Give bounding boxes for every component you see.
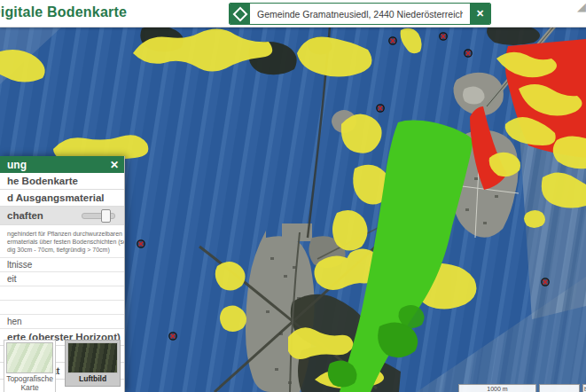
panel-title: ung (7, 159, 27, 171)
app-header: Digitale Bodenkarte ✕ (0, 0, 586, 27)
sub-item-1[interactable]: eit (0, 272, 124, 286)
profile-marker-icon[interactable] (465, 50, 472, 57)
layer-panel-header: ung ✕ (0, 156, 124, 173)
profile-marker-icon[interactable] (169, 333, 176, 340)
sub-item-3[interactable] (0, 301, 124, 315)
layer-item-bodenkarte[interactable]: he Bodenkarte (0, 173, 124, 190)
slider-knob[interactable] (101, 209, 111, 223)
close-icon: ✕ (476, 8, 484, 20)
profile-marker-icon[interactable] (542, 278, 549, 286)
profile-marker-icon[interactable] (389, 37, 396, 44)
basemap-topografische-karte[interactable]: Topografische Karte (4, 340, 56, 392)
basemap-luftbild[interactable]: Luftbild (65, 340, 121, 387)
sub-item-4[interactable]: hen (0, 315, 124, 329)
sub-item-2[interactable] (0, 286, 124, 301)
layer-item-selected[interactable]: chaften (0, 207, 124, 225)
panel-close-button[interactable]: ✕ (110, 159, 119, 171)
scale-bar: 1000 m (458, 384, 536, 392)
aerial-thumbnail-image (67, 342, 118, 373)
layer-description: ngehindert für Pflanzen durchwurzelbaren… (0, 225, 124, 258)
transparency-slider[interactable] (82, 213, 115, 219)
sub-item-0[interactable]: ltnisse (0, 258, 124, 272)
profile-marker-icon[interactable] (377, 105, 384, 112)
locate-button[interactable] (230, 4, 250, 24)
scale-bar-segment (539, 384, 580, 392)
layer-item-ausgangsmaterial[interactable]: d Ausgangsmaterial (0, 190, 124, 207)
diamond-icon (232, 6, 247, 21)
profile-marker-icon[interactable] (137, 240, 145, 247)
app-title: Digitale Bodenkarte (0, 4, 127, 20)
basemap-switcher: Topografische Karte Luftbild (0, 337, 124, 392)
selected-layer-label: chaften (7, 209, 43, 222)
search-box: ✕ (229, 3, 491, 25)
clear-search-button[interactable]: ✕ (470, 4, 490, 24)
search-input[interactable] (250, 4, 470, 24)
topo-thumbnail-image (6, 342, 53, 373)
layer-panel: ung ✕ he Bodenkarte d Ausgangsmaterial c… (0, 156, 125, 392)
profile-marker-icon[interactable] (440, 33, 447, 40)
attribution-fragment: ba (582, 384, 586, 392)
scale-attribution-strip: 1000 m ba (458, 384, 586, 392)
clipped-logo-icon: ◢ (577, 1, 586, 12)
